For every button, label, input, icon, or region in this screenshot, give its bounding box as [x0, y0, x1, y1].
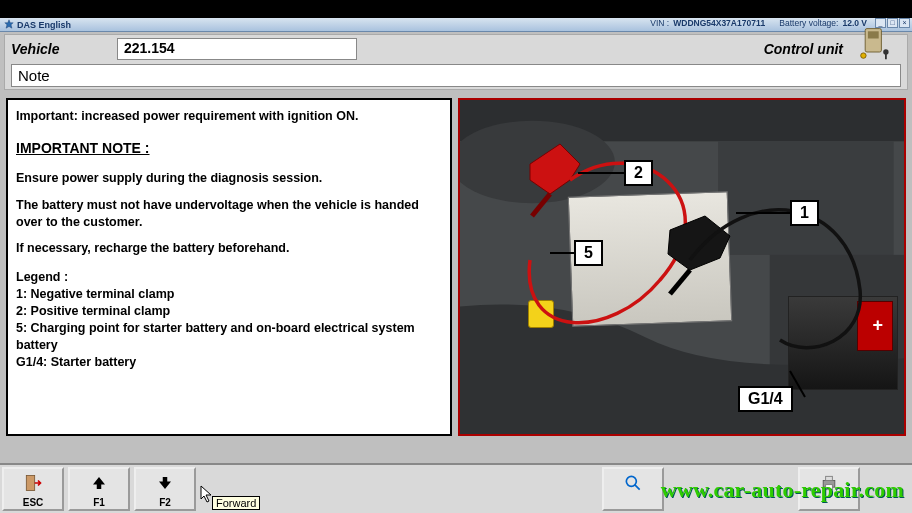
vin-label: VIN :: [650, 18, 669, 28]
content-line-3: The battery must not have undervoltage w…: [16, 197, 442, 231]
arrow-down-icon: [156, 472, 174, 494]
f1-button[interactable]: F1: [68, 467, 130, 511]
content-line-2: Ensure power supply during the diagnosis…: [16, 170, 442, 187]
vehicle-value: 221.154: [124, 40, 175, 56]
esc-button[interactable]: ESC: [2, 467, 64, 511]
zoom-button[interactable]: [602, 467, 664, 511]
callout-5-line: [550, 252, 574, 254]
f1-label: F1: [93, 497, 105, 508]
f2-button[interactable]: F2: [134, 467, 196, 511]
door-exit-icon: [23, 472, 43, 494]
callout-g14: G1/4: [738, 386, 793, 412]
watermark-text: www.car-auto-repair.com: [661, 477, 904, 503]
callout-2-line: [578, 172, 624, 174]
callout-1: 1: [790, 200, 819, 226]
vin-value: WDDNG54X37A170711: [673, 18, 765, 28]
vehicle-label: Vehicle: [11, 41, 107, 57]
svg-rect-11: [26, 476, 34, 491]
legend-heading: Legend :: [16, 269, 442, 286]
callout-2: 2: [624, 160, 653, 186]
esc-label: ESC: [23, 497, 44, 508]
app-title: DAS English: [17, 20, 71, 30]
close-button[interactable]: ×: [899, 18, 910, 28]
forward-tooltip: Forward: [212, 496, 260, 510]
content-line-1: Important: increased power requirement w…: [16, 108, 442, 125]
f2-label: F2: [159, 497, 171, 508]
svg-rect-2: [868, 31, 879, 38]
legend-g: G1/4: Starter battery: [16, 354, 442, 371]
svg-point-5: [861, 53, 866, 58]
magnifier-icon: [623, 472, 643, 494]
important-note-heading: IMPORTANT NOTE :: [16, 139, 442, 158]
header-panel: Vehicle 221.154 Control unit Note: [4, 34, 908, 90]
note-label: Note: [18, 67, 50, 84]
cursor-icon: [200, 485, 214, 503]
title-bar: DAS English VIN : WDDNG54X37A170711 Batt…: [0, 18, 912, 32]
legend-2: 2: Positive terminal clamp: [16, 303, 442, 320]
text-pane: Important: increased power requirement w…: [6, 98, 452, 436]
battery-label: Battery voltage:: [779, 18, 838, 28]
image-pane: + 2 1 5: [458, 98, 906, 436]
zoom-label: [632, 497, 635, 508]
letterbox-top: [0, 0, 912, 18]
arrow-up-icon: [90, 472, 108, 494]
application-window: DAS English VIN : WDDNG54X37A170711 Batt…: [0, 18, 912, 513]
note-row: Note: [11, 64, 901, 87]
legend-1: 1: Negative terminal clamp: [16, 286, 442, 303]
star-icon: [4, 19, 14, 31]
header-row-1: Vehicle 221.154 Control unit: [11, 38, 901, 60]
main-area: Important: increased power requirement w…: [6, 98, 906, 436]
control-unit-label: Control unit: [764, 41, 843, 57]
vehicle-value-box: 221.154: [117, 38, 357, 60]
callout-1-line: [736, 212, 790, 214]
svg-marker-0: [5, 19, 13, 27]
callout-5: 5: [574, 240, 603, 266]
black-wire: [660, 170, 880, 370]
control-unit-icon: [857, 25, 895, 61]
svg-line-13: [635, 485, 640, 490]
title-left: DAS English: [4, 19, 71, 31]
content-line-4: If necessary, recharge the battery befor…: [16, 240, 442, 257]
legend-5: 5: Charging point for starter battery an…: [16, 320, 442, 354]
